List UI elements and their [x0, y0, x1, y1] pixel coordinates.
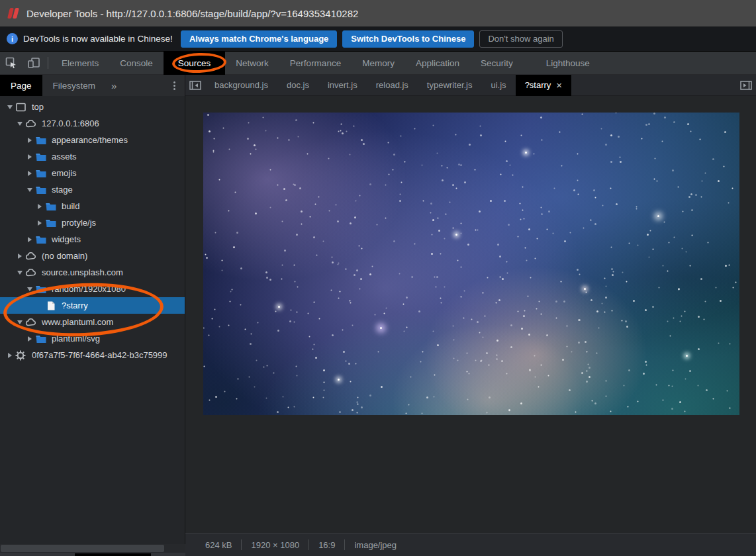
editor-tab-ui-js[interactable]: ui.js: [482, 75, 516, 96]
sources-navigator-sidebar: PageFilesystem » top127.0.0.1:6806appear…: [0, 75, 185, 556]
file-tree: top127.0.0.1:6806appearance/themesassets…: [0, 96, 185, 556]
triangle-right: [28, 154, 32, 160]
device-toolbar-icon[interactable]: [23, 52, 45, 75]
panel-collapse-left-icon[interactable]: [185, 75, 205, 96]
folder-icon: [34, 135, 48, 146]
tree-row-emojis[interactable]: emojis: [0, 165, 185, 181]
image-status-bar: 624 kB1920 × 108016:9image/jpeg: [185, 533, 756, 556]
tree-row-www-plantuml-com[interactable]: www.plantuml.com: [0, 314, 185, 330]
tab-console[interactable]: Console: [109, 52, 164, 75]
cloud-icon: [24, 118, 38, 129]
inspect-icon[interactable]: [0, 52, 23, 75]
editor-tab-reload-js[interactable]: reload.js: [367, 75, 418, 96]
status-item-3: image/jpeg: [345, 540, 406, 550]
infobar-button-0[interactable]: Always match Chrome's language: [181, 30, 337, 48]
tree-row--starry[interactable]: ?starry: [0, 297, 185, 314]
tab-security[interactable]: Security: [470, 52, 524, 75]
editor-tab-bar: background.jsdoc.jsinvert.jsreload.jstyp…: [185, 75, 756, 96]
tab-memory[interactable]: Memory: [352, 52, 405, 75]
gear-icon: [15, 350, 28, 361]
expander-down-icon[interactable]: [25, 188, 34, 192]
triangle-right: [28, 138, 32, 143]
expander-down-icon[interactable]: [15, 271, 24, 275]
vertical-dots-menu-icon[interactable]: [171, 79, 178, 93]
tree-label: assets: [52, 152, 77, 162]
infobar-button-1[interactable]: Switch DevTools to Chinese: [342, 30, 474, 48]
tree-row-random-1920x1080[interactable]: random/1920x1080: [0, 281, 185, 297]
triangle-right: [38, 220, 42, 226]
triangle-right: [28, 336, 32, 342]
expander-down-icon[interactable]: [5, 105, 15, 109]
bright-star: [657, 215, 659, 217]
expander-right-icon[interactable]: [35, 220, 44, 226]
tab-page[interactable]: Page: [0, 75, 42, 96]
expander-right-icon[interactable]: [5, 353, 15, 358]
panel-open-right-icon[interactable]: [736, 75, 756, 96]
window-titlebar: Developer Tools - http://127.0.0.1:6806/…: [0, 0, 756, 26]
toolbar-separator: [48, 57, 48, 69]
expander-right-icon[interactable]: [25, 171, 34, 176]
expander-right-icon[interactable]: [25, 138, 34, 143]
expander-right-icon[interactable]: [25, 237, 34, 242]
tree-row-protyle-js[interactable]: protyle/js: [0, 214, 185, 231]
expander-right-icon[interactable]: [35, 204, 44, 209]
window-title: Developer Tools - http://127.0.0.1:6806/…: [26, 8, 358, 19]
close-tab-icon[interactable]: ×: [556, 80, 562, 90]
infobar-button-2[interactable]: Don't show again: [479, 30, 562, 48]
sources-editor-area: background.jsdoc.jsinvert.jsreload.jstyp…: [185, 75, 756, 556]
tree-row-source-unsplash-com[interactable]: source.unsplash.com: [0, 264, 185, 281]
cloud-icon: [24, 251, 38, 261]
tree-row-0f67a7f5-7f6f-4664-ab42-b3c75999[interactable]: 0f67a7f5-7f6f-4664-ab42-b3c75999: [0, 347, 185, 363]
tree-row-assets[interactable]: assets: [0, 148, 185, 165]
tree-row--no-domain-[interactable]: (no domain): [0, 248, 185, 264]
tree-row-widgets[interactable]: widgets: [0, 231, 185, 248]
triangle-down: [27, 287, 32, 291]
editor-tab--starry[interactable]: ?starry×: [516, 75, 572, 96]
editor-tab-background-js[interactable]: background.js: [205, 75, 277, 96]
folder-icon: [34, 185, 48, 195]
tree-row-top[interactable]: top: [0, 99, 185, 115]
editor-tab-invert-js[interactable]: invert.js: [318, 75, 367, 96]
expander-right-icon[interactable]: [25, 336, 34, 342]
triangle-right: [28, 171, 32, 176]
tab-lighthouse[interactable]: Lighthouse: [536, 52, 600, 75]
infobar-message: DevTools is now available in Chinese!: [23, 34, 173, 44]
editor-tab-typewriter-js[interactable]: typewriter.js: [418, 75, 482, 96]
app-icon: [8, 8, 20, 19]
tree-label: appearance/themes: [52, 135, 128, 145]
file-icon: [44, 301, 58, 311]
status-item-0: 624 kB: [196, 540, 241, 550]
cloud-icon: [24, 267, 38, 278]
sidebar-horizontal-scrollbar[interactable]: [0, 544, 185, 553]
tab-performance[interactable]: Performance: [279, 52, 352, 75]
status-item-1: 1920 × 1080: [242, 540, 308, 550]
starry-image: [203, 113, 739, 415]
scrollbar-thumb[interactable]: [1, 545, 164, 552]
folder-icon: [34, 334, 48, 344]
tree-row-127-0-0-1-6806[interactable]: 127.0.0.1:6806: [0, 115, 185, 132]
cloud-icon: [24, 317, 38, 328]
bright-star: [380, 327, 382, 329]
tab-network[interactable]: Network: [225, 52, 279, 75]
tree-row-plantuml-svg[interactable]: plantuml/svg: [0, 330, 185, 347]
triangle-right: [28, 237, 32, 242]
tree-label: build: [62, 201, 79, 211]
tab-application[interactable]: Application: [405, 52, 470, 75]
tab-elements[interactable]: Elements: [51, 52, 109, 75]
more-tabs-icon[interactable]: »: [106, 80, 122, 91]
expander-right-icon[interactable]: [15, 254, 24, 259]
expander-down-icon[interactable]: [15, 122, 24, 126]
editor-tab-doc-js[interactable]: doc.js: [277, 75, 318, 96]
tab-filesystem[interactable]: Filesystem: [42, 75, 107, 96]
tab-sources[interactable]: Sources: [164, 52, 226, 75]
triangle-down: [7, 105, 13, 109]
tree-row-build[interactable]: build: [0, 198, 185, 214]
tree-label: 0f67a7f5-7f6f-4664-ab42-b3c75999: [32, 350, 167, 360]
bright-star: [278, 306, 280, 308]
expander-down-icon[interactable]: [15, 320, 24, 324]
expander-down-icon[interactable]: [25, 287, 34, 291]
triangle-right: [38, 204, 42, 209]
tree-row-appearance-themes[interactable]: appearance/themes: [0, 132, 185, 148]
tree-row-stage[interactable]: stage: [0, 181, 185, 198]
expander-right-icon[interactable]: [25, 154, 34, 160]
